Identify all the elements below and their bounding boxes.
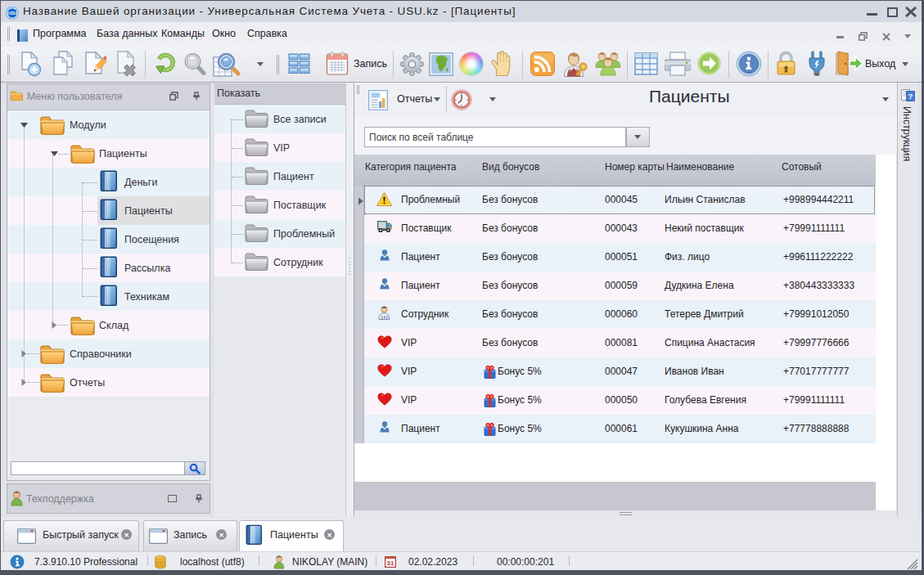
svg-text:31: 31 bbox=[387, 559, 394, 567]
svg-text:?: ? bbox=[908, 92, 913, 101]
svg-text:USU: USU bbox=[7, 11, 16, 16]
